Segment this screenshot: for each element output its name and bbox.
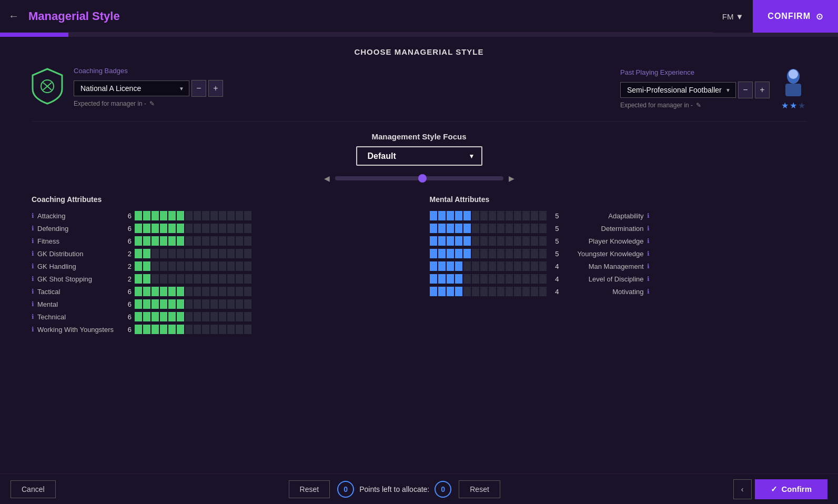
bar-cell	[497, 261, 504, 271]
info-icon[interactable]: ℹ	[32, 212, 34, 219]
info-icon[interactable]: ℹ	[647, 237, 650, 245]
info-icon[interactable]: ℹ	[32, 263, 34, 270]
bar-cell	[244, 325, 251, 334]
bar-cell	[506, 261, 513, 271]
mental-attr-rows: 5 Adaptability ℹ 5 Determination ℹ 5 Pla…	[430, 211, 807, 296]
info-icon[interactable]: ℹ	[647, 263, 650, 270]
bar-cell	[244, 211, 251, 220]
attr-value: 6	[122, 313, 132, 321]
avatar-stars: ★ ★ ★	[781, 100, 805, 110]
bar-cell	[244, 224, 251, 233]
bar-cell	[514, 211, 521, 220]
bar-cell	[489, 211, 496, 220]
coaching-attr-row: ℹ Working With Youngsters 6	[32, 325, 409, 334]
bar-cell	[227, 211, 235, 220]
past-playing-controls: Past Playing Experience Semi-Professiona…	[620, 68, 770, 109]
reset-left-button[interactable]: Reset	[289, 480, 330, 498]
info-icon[interactable]: ℹ	[32, 288, 34, 295]
bar-cell	[185, 211, 193, 220]
bar-cell	[463, 287, 471, 296]
bar-cell	[236, 224, 243, 233]
bar-cell	[497, 274, 504, 284]
bar-cell	[455, 249, 462, 258]
attr-bar-group	[430, 261, 547, 271]
info-icon[interactable]: ℹ	[32, 300, 34, 308]
coaching-plus-button[interactable]: +	[208, 80, 223, 97]
bar-cell	[480, 224, 488, 233]
playing-experience-select[interactable]: Semi-Professional Footballer	[620, 82, 736, 98]
bar-cell	[185, 325, 193, 334]
slider-thumb[interactable]	[418, 174, 427, 183]
info-icon[interactable]: ℹ	[32, 275, 34, 283]
slider-right-arrow[interactable]: ▶	[509, 174, 514, 183]
info-icon[interactable]: ℹ	[647, 250, 650, 257]
bar-cell	[514, 236, 521, 246]
attr-bar-group	[135, 325, 251, 334]
bar-cell	[202, 312, 209, 321]
mental-attr-row: 5 Player Knowledge ℹ	[430, 236, 807, 246]
confirm-bottom-button[interactable]: ✓ Confirm	[755, 479, 828, 499]
playing-select-wrapper: Semi-Professional Footballer	[620, 82, 736, 98]
info-icon[interactable]: ℹ	[32, 313, 34, 320]
attributes-section: Coaching Attributes ℹ Attacking 6 ℹ Defe…	[32, 195, 806, 337]
confirm-top-button[interactable]: CONFIRM ⊙	[753, 0, 838, 33]
prev-button[interactable]: ‹	[733, 479, 752, 499]
bar-cell	[135, 236, 142, 246]
bar-cell	[219, 236, 226, 246]
playing-minus-button[interactable]: −	[738, 82, 753, 98]
bar-cell	[236, 299, 243, 309]
coaching-attr-row: ℹ Technical 6	[32, 312, 409, 321]
bar-cell	[438, 211, 446, 220]
playing-plus-button[interactable]: +	[755, 82, 770, 98]
bar-cell	[497, 236, 504, 246]
bar-cell	[135, 312, 142, 321]
bar-cell	[168, 236, 176, 246]
bar-cell	[531, 236, 538, 246]
bar-cell	[152, 325, 159, 334]
reset-right-button[interactable]: Reset	[459, 480, 500, 498]
playing-select-row: Semi-Professional Footballer − +	[620, 82, 770, 98]
bar-cell	[143, 299, 150, 309]
bar-cell	[522, 261, 530, 271]
coaching-badges-select[interactable]: National A Licence	[74, 80, 189, 96]
past-playing-label: Past Playing Experience	[620, 68, 770, 76]
bar-cell	[506, 224, 513, 233]
bar-cell	[177, 236, 184, 246]
playing-edit-icon[interactable]: ✎	[696, 102, 701, 109]
attr-value: 6	[122, 300, 132, 308]
attr-name-label: Level of Discipline	[562, 275, 644, 283]
info-icon[interactable]: ℹ	[32, 326, 34, 333]
bar-cell	[506, 274, 513, 284]
bar-cell	[438, 287, 446, 296]
bar-cell	[177, 249, 184, 258]
info-icon[interactable]: ℹ	[32, 225, 34, 232]
info-icon[interactable]: ℹ	[647, 225, 650, 232]
cancel-button[interactable]: Cancel	[11, 480, 56, 498]
info-icon[interactable]: ℹ	[647, 212, 650, 219]
info-icon[interactable]: ℹ	[647, 288, 650, 295]
bar-cell	[236, 287, 243, 296]
bar-cell	[160, 261, 167, 271]
bar-cell	[447, 261, 454, 271]
slider-track[interactable]	[335, 176, 503, 180]
fm-menu-button[interactable]: FM ▼	[713, 0, 753, 33]
bar-cell	[168, 325, 176, 334]
bar-cell	[531, 224, 538, 233]
bar-cell	[143, 249, 150, 258]
coaching-edit-icon[interactable]: ✎	[149, 100, 155, 107]
points-circle-left: 0	[337, 481, 354, 498]
mental-attr-row: 5 Youngster Knowledge ℹ	[430, 249, 807, 258]
info-icon[interactable]: ℹ	[647, 275, 650, 283]
style-focus-select[interactable]: Default	[356, 146, 482, 166]
info-icon[interactable]: ℹ	[32, 250, 34, 257]
attr-bar-group	[430, 224, 547, 233]
info-icon[interactable]: ℹ	[32, 237, 34, 245]
slider-left-arrow[interactable]: ◀	[324, 174, 330, 183]
bar-cell	[430, 261, 437, 271]
bar-cell	[227, 299, 235, 309]
bar-cell	[202, 261, 209, 271]
bar-cell	[219, 325, 226, 334]
back-button[interactable]: ←	[8, 10, 19, 22]
coaching-minus-button[interactable]: −	[191, 80, 206, 97]
bar-cell	[480, 236, 488, 246]
